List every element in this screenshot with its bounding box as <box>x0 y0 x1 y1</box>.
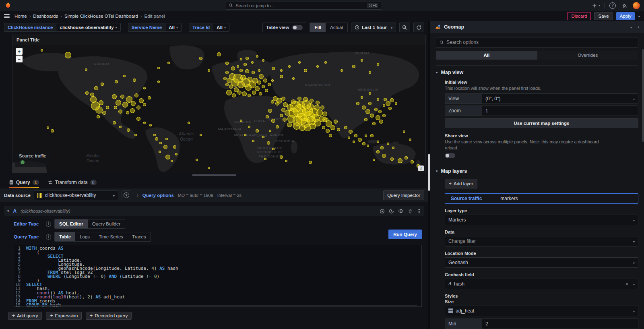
editor-type-builder[interactable]: Query Builder <box>88 219 125 228</box>
map-zoom-out-button[interactable]: − <box>16 56 23 62</box>
expression-button[interactable]: +Expression <box>46 312 82 320</box>
options-search[interactable] <box>436 37 638 48</box>
collapse-pane-icon[interactable]: › <box>638 24 639 30</box>
map-marker <box>271 79 274 82</box>
geohash-field-select[interactable]: A hash × <box>445 279 638 289</box>
global-search[interactable]: ⌘+k <box>225 2 382 10</box>
tab-query[interactable]: Query 1 <box>9 177 39 188</box>
map-marker <box>102 111 106 115</box>
data-filter-select[interactable]: Change filter <box>445 236 638 246</box>
map-marker <box>309 161 312 164</box>
chevron-down-icon: ▾ <box>436 169 438 173</box>
size-field-select[interactable]: adj_heat <box>445 306 638 316</box>
menu-toggle-button[interactable] <box>4 14 10 18</box>
collapse-header-icon[interactable]: ▴ <box>638 14 640 18</box>
map-marker <box>217 52 221 56</box>
map-marker <box>232 93 236 97</box>
zoom-input[interactable] <box>482 106 638 116</box>
datasource-picker[interactable]: clickhouse-observability <box>34 190 118 200</box>
delete-query-trash-icon[interactable] <box>408 209 413 214</box>
sql-code-editor[interactable]: 1WITH coords AS2 (3 SELECT4 Latitude,5 L… <box>14 245 422 307</box>
breadcrumb-home[interactable]: Home <box>14 14 27 19</box>
map-marker <box>262 59 264 62</box>
use-current-map-settings-button[interactable]: Use current map settings <box>445 118 638 128</box>
actual-option[interactable]: Actual <box>326 23 347 32</box>
map-zoom-in-button[interactable]: + <box>16 48 23 55</box>
section-map-view-header[interactable]: ▾ Map view <box>436 70 638 75</box>
discard-button[interactable]: Discard <box>567 12 591 20</box>
tab-overrides[interactable]: Overrides <box>537 51 639 60</box>
section-map-layers-header[interactable]: ▾ Map layers <box>436 168 638 174</box>
clear-icon[interactable]: × <box>626 281 628 286</box>
apply-button[interactable]: Apply <box>616 12 635 20</box>
map-attribution-button[interactable]: i <box>418 166 424 171</box>
options-search-input[interactable] <box>446 39 635 45</box>
save-button[interactable]: Save <box>594 12 613 20</box>
code-line: 2 ( <box>14 250 421 255</box>
refresh-button[interactable] <box>413 23 424 32</box>
layer-name[interactable]: Source traffic <box>451 196 482 201</box>
collapse-query-icon[interactable]: ▾ <box>7 209 9 213</box>
add-new-button[interactable] <box>592 2 600 10</box>
breadcrumb-dashboards[interactable]: Dashboards <box>33 14 58 19</box>
map-marker <box>344 126 347 129</box>
query-row-header[interactable]: ▾ A (clickhouse-observability) <box>4 206 424 216</box>
variable-trace-id: Trace Id All <box>189 23 229 32</box>
duplicate-query-icon[interactable] <box>389 209 394 214</box>
time-range-picker[interactable]: Last 1 hour <box>351 23 396 32</box>
visualization-picker-title[interactable]: Geomap <box>444 24 464 30</box>
breadcrumb-dashboard-name[interactable]: Simple ClickHouse OTel Dashboard <box>64 14 138 19</box>
add-query-button[interactable]: +Add query <box>8 312 42 320</box>
variable-value-dropdown[interactable]: All <box>165 23 182 32</box>
min-input[interactable] <box>482 319 638 329</box>
map-marker <box>324 61 327 64</box>
query-tabs: Query 1 Transform data 0 <box>0 177 428 188</box>
resize-handle[interactable] <box>192 174 236 176</box>
query-type-logs[interactable]: Logs <box>75 232 94 241</box>
map-marker <box>281 108 285 112</box>
tab-all[interactable]: All <box>436 51 537 60</box>
table-view-toggle[interactable] <box>292 25 303 30</box>
drag-handle-icon[interactable] <box>417 209 421 214</box>
help-button[interactable]: ? <box>609 2 617 10</box>
news-button[interactable] <box>621 2 629 10</box>
share-view-toggle[interactable] <box>445 153 455 158</box>
editor-type-sql[interactable]: SQL Editor <box>55 219 88 228</box>
map-marker <box>240 58 242 60</box>
tab-transform-data[interactable]: Transform data 0 <box>48 177 97 188</box>
run-query-button[interactable]: Run Query <box>388 230 422 239</box>
layer-type-select[interactable]: Markers <box>445 215 638 225</box>
user-avatar[interactable] <box>633 2 640 9</box>
query-type-table[interactable]: Table <box>55 232 75 241</box>
string-field-icon: A <box>448 281 452 287</box>
scrollbar-thumb[interactable] <box>428 154 430 191</box>
help-icon: ? <box>124 192 129 198</box>
query-type-timeseries[interactable]: Time Series <box>94 232 128 241</box>
recorded-query-button[interactable]: +Recorded query <box>86 312 132 320</box>
zoom-out-time-button[interactable] <box>399 23 410 32</box>
map-marker <box>116 100 121 106</box>
info-circle-icon[interactable] <box>380 209 385 214</box>
hide-query-eye-icon[interactable] <box>398 208 404 214</box>
options-scrollbar-thumb[interactable] <box>642 49 644 142</box>
variable-value-dropdown[interactable]: All <box>213 23 229 32</box>
world-map[interactable]: RUSSIACANADAKAZAKHSTANMONGOLIAALGERIALIB… <box>12 45 425 173</box>
map-marker <box>115 80 118 83</box>
min-field: Min <box>445 319 638 329</box>
add-layer-button[interactable]: +Add layer <box>445 179 477 188</box>
view-select[interactable]: (0°, 0°) <box>482 93 638 104</box>
variable-value-dropdown[interactable]: clickhouse-observability <box>56 23 120 32</box>
datasource-help-button[interactable]: ? <box>122 190 131 200</box>
location-mode-select[interactable]: Geohash <box>445 257 638 268</box>
chevron-down-icon[interactable] <box>629 24 632 30</box>
query-type-traces[interactable]: Traces <box>128 232 151 241</box>
code-scrollbar[interactable] <box>26 305 417 306</box>
layer-card-source-traffic[interactable]: Source traffic markers <box>445 193 638 204</box>
query-options-link[interactable]: Query options <box>142 193 174 198</box>
fill-option[interactable]: Fill <box>310 23 326 32</box>
query-inspector-button[interactable]: Query Inspector <box>383 190 424 200</box>
search-input[interactable] <box>235 3 367 8</box>
datasource-row: Data source clickhouse-observability ? ›… <box>0 188 428 202</box>
grafana-logo-icon[interactable] <box>4 2 12 10</box>
chevron-down-icon <box>632 260 635 265</box>
